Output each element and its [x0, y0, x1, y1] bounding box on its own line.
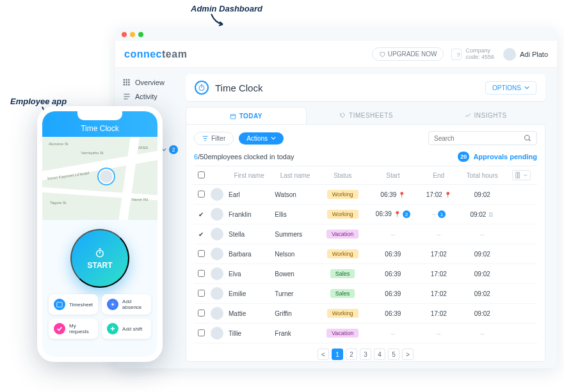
calendar-icon: [230, 113, 236, 120]
cell-start: 06:39: [367, 284, 419, 304]
tab-today[interactable]: TODAY: [186, 107, 307, 125]
chevron-down-icon: [524, 173, 528, 177]
check-icon: ✔: [198, 231, 204, 238]
cell-total: --: [458, 324, 506, 343]
table-row[interactable]: TillieFrankVacation------: [194, 324, 537, 343]
approvals-pending-link[interactable]: 20 Approvals pending: [458, 152, 537, 162]
pager-page[interactable]: 2: [346, 349, 357, 360]
cell-end: 17:02📍: [419, 185, 458, 205]
cell-first: Emilie: [226, 284, 272, 304]
cell-last: Ellis: [272, 205, 318, 224]
filter-button[interactable]: Filter: [194, 132, 234, 145]
window-min-icon[interactable]: [130, 32, 135, 37]
pager-page[interactable]: 1: [332, 349, 343, 360]
cell-start: 06:39: [367, 244, 419, 264]
window-max-icon[interactable]: [138, 32, 143, 37]
table-row[interactable]: EmilieTurnerSales06:3917:0209:02: [194, 284, 537, 304]
admin-window: connecteam UPGRADE NOW Companycode: 4556…: [115, 28, 557, 368]
actions-button[interactable]: Actions: [239, 132, 284, 145]
pager-page[interactable]: 4: [374, 349, 385, 360]
status-badge: Working: [327, 210, 359, 219]
col-start[interactable]: Start: [367, 166, 419, 185]
row-checkbox[interactable]: [198, 329, 205, 336]
map[interactable]: Alozorov St Yarmiyahu St AFEK Keren Kaye…: [42, 137, 157, 220]
phone-requests-button[interactable]: My requests: [49, 318, 98, 339]
table-row[interactable]: EarlWatsonWorking06:39📍17:02📍09:02: [194, 185, 537, 205]
select-all-checkbox[interactable]: [198, 171, 205, 178]
document-icon: 🗎: [488, 211, 494, 218]
upgrade-button[interactable]: UPGRADE NOW: [372, 47, 444, 61]
pager-page[interactable]: 3: [360, 349, 371, 360]
columns-button[interactable]: [512, 170, 531, 180]
table-row[interactable]: MattieGriffinWorking06:3917:0209:02: [194, 304, 537, 324]
pager-prev[interactable]: <: [318, 349, 329, 360]
cell-start: --: [367, 324, 419, 343]
avatar: [211, 247, 223, 260]
cell-end: --: [419, 324, 458, 343]
row-checkbox[interactable]: [198, 310, 205, 317]
svg-rect-4: [126, 82, 127, 83]
pager-next[interactable]: >: [402, 349, 414, 360]
filter-icon: [202, 136, 208, 141]
status-badge: Working: [327, 309, 359, 318]
summary-row: 6/50 employees clocked in today 20 Appro…: [194, 152, 537, 162]
location-icon: 📍: [398, 192, 405, 198]
row-checkbox[interactable]: [198, 290, 205, 297]
table-row[interactable]: ✔StellaSummersVacation------: [194, 224, 537, 244]
company-code[interactable]: Companycode: 4556: [451, 48, 494, 61]
phone-timesheet-button[interactable]: Timesheet: [49, 294, 98, 315]
status-badge: Sales: [330, 289, 355, 298]
search-icon: [524, 134, 531, 142]
sidebar-item-activity[interactable]: Activity: [122, 90, 173, 104]
cell-end: 17:02: [419, 304, 458, 324]
sun-icon: [107, 299, 118, 310]
cell-total: 09:02: [458, 185, 506, 205]
cell-start: --: [367, 224, 419, 244]
map-user-pin[interactable]: [97, 168, 115, 185]
collapse-indicator[interactable]: 2: [161, 145, 178, 154]
page-header: Time Clock OPTIONS: [186, 74, 545, 101]
col-end[interactable]: End: [419, 166, 458, 185]
avatar: [211, 327, 223, 340]
sidebar-item-overview[interactable]: Overview: [122, 75, 173, 90]
options-button[interactable]: OPTIONS: [485, 81, 536, 95]
svg-rect-0: [124, 79, 125, 81]
location-icon: 📍: [394, 211, 401, 217]
col-total[interactable]: Total hours: [458, 166, 506, 185]
row-checkbox[interactable]: [198, 191, 205, 198]
page-title: Time Clock: [215, 82, 262, 93]
svg-rect-15: [57, 302, 62, 308]
cell-first: Stella: [226, 224, 272, 244]
table-row[interactable]: ElvaBowenSales06:3917:0209:02: [194, 264, 537, 284]
col-status[interactable]: Status: [318, 166, 367, 185]
cell-last: Frank: [272, 324, 318, 343]
pager: <12345>: [194, 349, 537, 360]
cell-last: Nelson: [272, 244, 318, 264]
search-input[interactable]: [428, 131, 537, 145]
check-icon: [54, 323, 65, 334]
table-row[interactable]: ✔FranklinEllisWorking06:39📍2--109:02 🗎: [194, 205, 537, 224]
phone-notch: [77, 111, 122, 120]
start-button[interactable]: START: [70, 229, 129, 288]
tab-insights[interactable]: INSIGHTS: [426, 106, 545, 124]
cell-total: 09:02 🗎: [458, 205, 506, 224]
cell-end: --: [419, 224, 458, 244]
svg-rect-8: [128, 84, 129, 85]
cell-first: Barbara: [226, 244, 272, 264]
stopwatch-icon: [195, 81, 209, 95]
col-last[interactable]: Last name: [272, 166, 318, 185]
cell-end: --1: [419, 205, 458, 224]
col-first[interactable]: First name: [226, 166, 272, 185]
cell-first: Franklin: [226, 205, 272, 224]
user-menu[interactable]: Adi Plato: [503, 48, 548, 61]
table-row[interactable]: BarbaraNelsonWorking06:3917:0209:02: [194, 244, 537, 264]
row-checkbox[interactable]: [198, 250, 205, 257]
row-checkbox[interactable]: [198, 270, 205, 277]
avatar: [211, 228, 223, 240]
svg-rect-3: [124, 82, 125, 83]
tab-timesheets[interactable]: TIMESHEETS: [307, 106, 426, 124]
window-close-icon[interactable]: [122, 32, 127, 37]
pager-page[interactable]: 5: [388, 349, 399, 360]
phone-absence-button[interactable]: Add absence: [102, 294, 151, 315]
phone-addshift-button[interactable]: Add shift: [102, 318, 151, 339]
